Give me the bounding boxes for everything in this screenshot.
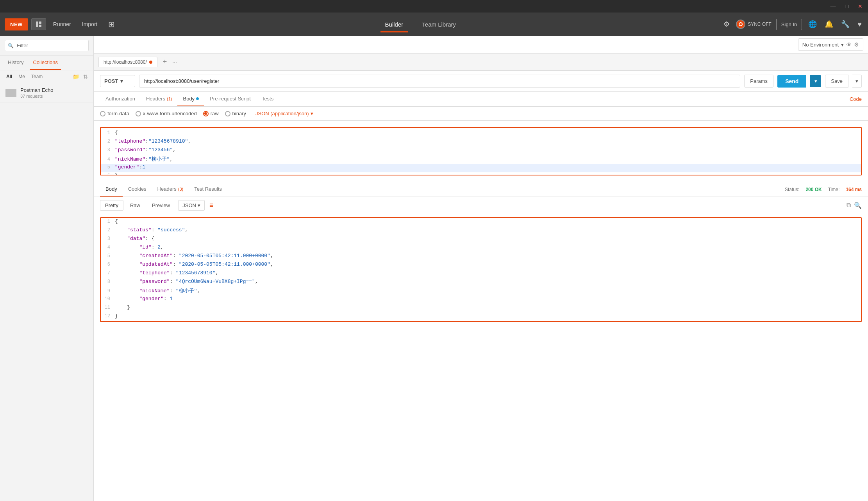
toolbar-center: Builder Team Library <box>122 18 719 31</box>
resp-tab-test-results[interactable]: Test Results <box>189 182 227 197</box>
svg-rect-1 <box>39 21 41 24</box>
tab-body[interactable]: Body <box>177 92 204 106</box>
settings-icon[interactable]: ⚙ <box>722 18 731 30</box>
tab-headers[interactable]: Headers(1) <box>141 92 178 106</box>
team-library-tab[interactable]: Team Library <box>417 18 461 31</box>
search-wrapper: 🔍 <box>5 40 89 51</box>
close-button[interactable]: ✕ <box>855 2 865 10</box>
fmt-raw-button[interactable]: Raw <box>125 200 145 211</box>
more-tabs-button[interactable]: ··· <box>172 59 177 65</box>
new-tab-button[interactable]: ⊞ <box>104 17 119 31</box>
filter-icon[interactable]: ≡ <box>206 200 217 210</box>
option-raw[interactable]: raw <box>203 111 219 116</box>
search-input[interactable] <box>5 40 89 51</box>
resp-icons: ⧉ 🔍 <box>847 202 862 209</box>
resp-tab-cookies[interactable]: Cookies <box>123 182 152 197</box>
option-binary[interactable]: binary <box>225 111 246 116</box>
filter-me[interactable]: Me <box>17 73 27 80</box>
fmt-pretty-button[interactable]: Pretty <box>100 200 123 211</box>
save-dropdown-button[interactable]: ▾ <box>852 75 862 88</box>
url-tab-text: http://localhost:8080/ <box>104 59 147 65</box>
resp-json-chevron: ▾ <box>198 202 200 208</box>
sidebar-tab-collections[interactable]: Collections <box>30 55 61 70</box>
option-form-data[interactable]: form-data <box>100 111 129 116</box>
search-resp-icon[interactable]: 🔍 <box>854 202 862 209</box>
wrench-icon[interactable]: 🔧 <box>839 18 851 30</box>
svg-rect-0 <box>36 21 38 27</box>
sidebar: 🔍 History Collections All Me Team 📁 ⇅ Po… <box>0 36 94 501</box>
resp-line: 10 "gender": 1 <box>101 295 861 304</box>
layout-icon-button[interactable] <box>31 18 46 30</box>
collection-name: Postman Echo <box>20 87 88 93</box>
filter-all[interactable]: All <box>5 73 14 80</box>
env-dropdown-icon: ▾ <box>841 42 844 48</box>
new-folder-icon[interactable]: 📁 <box>72 73 80 81</box>
import-button[interactable]: Import <box>78 19 102 30</box>
radio-binary <box>225 111 230 116</box>
minimize-button[interactable]: — <box>828 2 838 10</box>
eye-icon[interactable]: 👁 <box>846 41 852 48</box>
toolbar-right: ⚙ SYNC OFF Sign In 🌐 🔔 🔧 ♥ <box>722 18 863 30</box>
send-dropdown-button[interactable]: ▾ <box>810 75 821 87</box>
runner-button[interactable]: Runner <box>49 19 75 30</box>
filter-team[interactable]: Team <box>30 73 44 80</box>
sync-label: SYNC OFF <box>748 21 772 27</box>
tab-prerequest[interactable]: Pre-request Script <box>204 92 256 106</box>
sidebar-search-area: 🔍 <box>0 36 93 55</box>
resp-line: 9 "nickName": "柳小子", <box>101 287 861 295</box>
search-icon: 🔍 <box>8 43 14 48</box>
maximize-button[interactable]: □ <box>843 2 851 10</box>
new-button[interactable]: NEW <box>5 18 28 30</box>
env-label: No Environment <box>802 42 839 48</box>
response-area: Body Cookies Headers (3) Test Results St… <box>94 182 868 501</box>
tab-tests[interactable]: Tests <box>256 92 279 106</box>
url-tab[interactable]: http://localhost:8080/ <box>98 57 157 67</box>
resp-line: 4 "id": 2, <box>101 244 861 252</box>
code-link[interactable]: Code <box>850 92 862 106</box>
body-options: form-data x-www-form-urlencoded raw bina… <box>94 107 868 121</box>
code-line: 2 "telphone":"12345678910", <box>101 138 861 147</box>
fmt-preview-button[interactable]: Preview <box>147 200 175 211</box>
method-select[interactable]: POST ▾ <box>100 75 135 87</box>
toolbar: NEW Runner Import ⊞ Builder Team Library… <box>0 13 868 36</box>
sync-dot <box>736 20 745 29</box>
resp-tab-headers[interactable]: Headers (3) <box>152 182 189 197</box>
sign-in-button[interactable]: Sign In <box>776 19 802 30</box>
code-line: 1 { <box>101 129 861 138</box>
radio-raw <box>203 111 209 116</box>
response-body: 1 { 2 "status": "success", 3 "data": { <box>94 214 868 501</box>
add-tab-button[interactable]: + <box>161 57 170 67</box>
option-urlencoded[interactable]: x-www-form-urlencoded <box>136 111 197 116</box>
tab-authorization[interactable]: Authorization <box>100 92 141 106</box>
params-button[interactable]: Params <box>744 75 773 88</box>
request-code-editor[interactable]: 1 { 2 "telphone":"12345678910", 3 "passw… <box>101 128 861 175</box>
copy-icon[interactable]: ⧉ <box>847 202 851 209</box>
resp-json-type-btn[interactable]: JSON ▾ <box>178 200 205 211</box>
response-status: Status: 200 OK Time: 164 ms <box>785 187 862 192</box>
collection-item[interactable]: Postman Echo 37 requests <box>0 83 93 103</box>
env-select[interactable]: No Environment ▾ 👁 ⚙ <box>798 38 863 51</box>
builder-tab[interactable]: Builder <box>380 18 408 31</box>
collection-folder-icon <box>5 89 16 97</box>
sort-icon[interactable]: ⇅ <box>82 73 89 81</box>
url-dot <box>149 61 152 64</box>
layout-icon <box>36 21 42 27</box>
status-value: 200 OK <box>805 187 822 192</box>
resp-line: 6 "updatedAt": "2020-05-05T05:42:11.000+… <box>101 261 861 270</box>
sidebar-tab-history[interactable]: History <box>5 55 27 70</box>
radio-raw-dot <box>204 112 207 115</box>
json-type-select[interactable]: JSON (application/json) ▾ <box>255 111 313 116</box>
send-button[interactable]: Send <box>777 75 806 88</box>
top-env-bar: No Environment ▾ 👁 ⚙ <box>94 36 868 54</box>
url-input[interactable] <box>139 75 740 88</box>
resp-line: 12 } <box>101 313 861 321</box>
resp-tab-body[interactable]: Body <box>100 182 123 197</box>
radio-form-data <box>100 111 105 116</box>
settings-env-icon[interactable]: ⚙ <box>854 41 859 48</box>
globe-icon[interactable]: 🌐 <box>807 18 818 30</box>
request-body-area: 1 { 2 "telphone":"12345678910", 3 "passw… <box>94 121 868 182</box>
radio-urlencoded <box>136 111 141 116</box>
bell-icon[interactable]: 🔔 <box>823 18 835 30</box>
heart-icon[interactable]: ♥ <box>856 19 863 30</box>
save-button[interactable]: Save <box>825 75 848 88</box>
